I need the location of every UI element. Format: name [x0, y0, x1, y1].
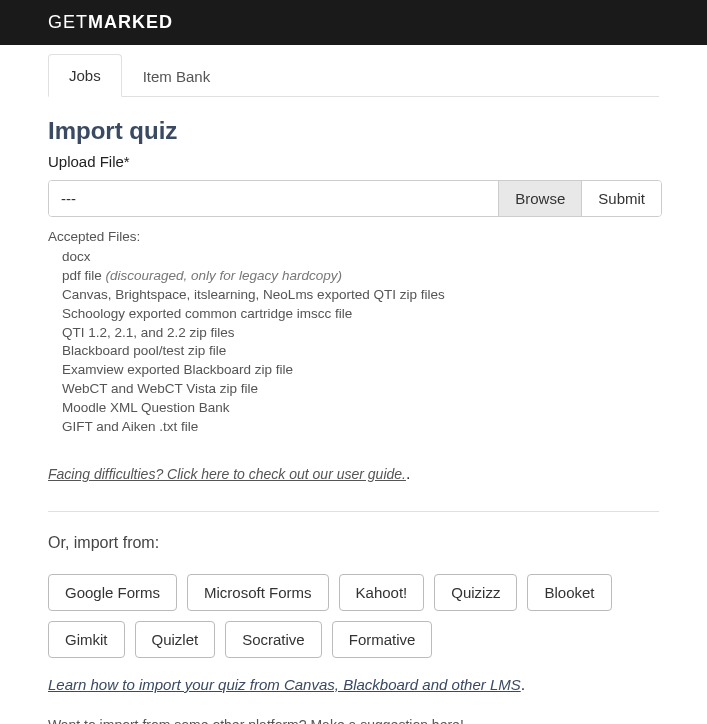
browse-button[interactable]: Browse: [498, 181, 581, 216]
main-container: Jobs Item Bank Import quiz Upload File* …: [0, 53, 707, 724]
logo-thin: GET: [48, 12, 88, 32]
list-item: WebCT and WebCT Vista zip file: [62, 380, 659, 399]
list-item: pdf file (discouraged, only for legacy h…: [62, 267, 659, 286]
tab-item-bank[interactable]: Item Bank: [122, 54, 232, 97]
page-title: Import quiz: [48, 117, 659, 145]
import-gimkit-button[interactable]: Gimkit: [48, 621, 125, 658]
logo-bold: MARKED: [88, 12, 173, 32]
import-quizlet-button[interactable]: Quizlet: [135, 621, 216, 658]
list-item: Canvas, Brightspace, itslearning, NeoLms…: [62, 286, 659, 305]
section-divider: [48, 511, 659, 512]
tab-jobs[interactable]: Jobs: [48, 54, 122, 97]
upload-file-label: Upload File*: [48, 153, 659, 170]
accepted-files-list: docx pdf file (discouraged, only for leg…: [48, 248, 659, 437]
file-upload-row: Browse Submit: [48, 180, 662, 217]
user-guide-link[interactable]: Facing difficulties? Click here to check…: [48, 466, 406, 482]
import-blooket-button[interactable]: Blooket: [527, 574, 611, 611]
import-kahoot-button[interactable]: Kahoot!: [339, 574, 425, 611]
list-item: QTI 1.2, 2.1, and 2.2 zip files: [62, 324, 659, 343]
list-item: GIFT and Aiken .txt file: [62, 418, 659, 437]
list-item: Blackboard pool/test zip file: [62, 342, 659, 361]
or-import-label: Or, import from:: [48, 534, 659, 552]
learn-lms-import-link[interactable]: Learn how to import your quiz from Canva…: [48, 676, 521, 693]
import-formative-button[interactable]: Formative: [332, 621, 433, 658]
import-google-forms-button[interactable]: Google Forms: [48, 574, 177, 611]
suggest-platform-link[interactable]: Want to import from some other platform?…: [48, 717, 464, 724]
tab-bar: Jobs Item Bank: [48, 53, 659, 97]
import-source-buttons: Google Forms Microsoft Forms Kahoot! Qui…: [48, 574, 659, 658]
logo: GETMARKED: [48, 12, 707, 33]
import-socrative-button[interactable]: Socrative: [225, 621, 322, 658]
file-path-display[interactable]: [49, 181, 498, 216]
list-item: Schoology exported common cartridge imsc…: [62, 305, 659, 324]
accepted-files-label: Accepted Files:: [48, 229, 659, 244]
list-item: Examview exported Blackboard zip file: [62, 361, 659, 380]
app-header: GETMARKED: [0, 0, 707, 45]
list-item: Moodle XML Question Bank: [62, 399, 659, 418]
import-microsoft-forms-button[interactable]: Microsoft Forms: [187, 574, 329, 611]
import-quizizz-button[interactable]: Quizizz: [434, 574, 517, 611]
list-item: docx: [62, 248, 659, 267]
submit-button[interactable]: Submit: [581, 181, 661, 216]
